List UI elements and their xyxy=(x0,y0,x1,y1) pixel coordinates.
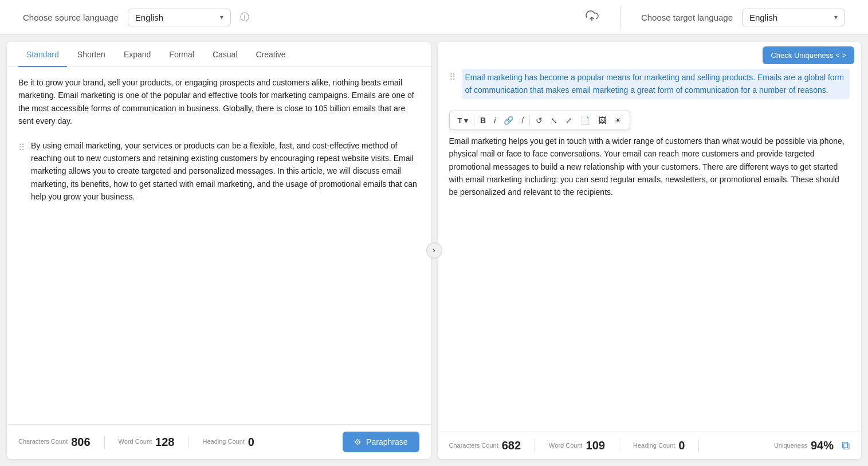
uniqueness-group: Uniqueness 94% ⧉ xyxy=(774,439,850,452)
source-language-selector[interactable]: English ▾ xyxy=(128,9,231,26)
left-paragraph-1: Be it to grow your brand, sell your prod… xyxy=(18,76,419,128)
right-paragraph-block-2: Email marketing helps you get in touch w… xyxy=(449,135,850,199)
tab-formal[interactable]: Formal xyxy=(161,42,202,67)
right-heading-group: Heading Count 0 xyxy=(633,439,700,452)
right-paragraph-1-highlighted: Email marketing has become a popular mea… xyxy=(462,69,850,99)
drag-handle-icon[interactable]: ⠿ xyxy=(18,139,25,203)
source-chevron-icon: ▾ xyxy=(220,13,223,21)
settings-icon: ☀ xyxy=(614,116,622,125)
right-drag-handle-icon[interactable]: ⠿ xyxy=(449,69,456,99)
tab-standard[interactable]: Standard xyxy=(18,42,67,67)
uniqueness-value: 94% xyxy=(811,439,834,452)
left-words-label: Word Count xyxy=(119,438,152,445)
check-uniqueness-button[interactable]: Check Uniqueness < > xyxy=(763,46,854,64)
vertical-divider xyxy=(620,6,620,29)
right-paragraph-block-1: ⠿ Email marketing has become a popular m… xyxy=(449,69,850,99)
left-heading-value: 0 xyxy=(248,436,254,449)
tabs-bar: Standard Shorten Expand Formal Casual Cr… xyxy=(7,42,431,67)
link-button[interactable]: 🔗 xyxy=(500,113,517,127)
copy-button[interactable]: ⧉ xyxy=(842,439,850,452)
text-format-button[interactable]: T ▾ xyxy=(454,113,472,127)
right-chars-value: 682 xyxy=(502,439,521,452)
tab-expand[interactable]: Expand xyxy=(116,42,159,67)
source-language-value: English xyxy=(135,13,163,22)
paraphrase-button[interactable]: ⚙ Paraphrase xyxy=(343,432,419,452)
right-words-value: 109 xyxy=(586,439,605,452)
copy-icon: ⧉ xyxy=(842,439,850,452)
doc-button[interactable]: 📄 xyxy=(577,113,594,127)
target-language-selector[interactable]: English ▾ xyxy=(742,9,845,26)
target-chevron-icon: ▾ xyxy=(834,13,838,21)
target-language-value: English xyxy=(749,13,777,22)
left-content-area: Be it to grow your brand, sell your prod… xyxy=(7,67,431,424)
top-bar: Choose source language English ▾ ⓘ Choos… xyxy=(0,0,868,35)
left-heading-label: Heading Count xyxy=(202,438,244,445)
right-paragraph-2: Email marketing helps you get in touch w… xyxy=(449,135,850,199)
expand-button[interactable]: ⤢ xyxy=(562,113,576,127)
paragraph-block-2: ⠿ By using email marketing, your service… xyxy=(18,139,419,203)
undo-icon: ↺ xyxy=(536,116,543,125)
image-icon: 🖼 xyxy=(598,116,606,125)
expand-icon: ⤢ xyxy=(565,116,572,125)
right-heading-value: 0 xyxy=(678,439,685,452)
tab-casual[interactable]: Casual xyxy=(205,42,246,67)
right-heading-label: Heading Count xyxy=(633,442,675,449)
right-chars-group: Characters Count 682 xyxy=(449,439,536,452)
shrink-button[interactable]: ⤡ xyxy=(547,113,561,127)
check-uniqueness-label: Check Uniqueness < > xyxy=(771,51,846,60)
tab-creative[interactable]: Creative xyxy=(248,42,294,67)
link-icon: 🔗 xyxy=(504,116,513,125)
image-button[interactable]: 🖼 xyxy=(595,113,610,127)
bold-icon: B xyxy=(480,116,486,125)
right-words-label: Word Count xyxy=(549,442,583,449)
italic-button[interactable]: i xyxy=(490,113,499,127)
toggle-panels-button[interactable]: › xyxy=(426,242,442,259)
formatting-toolbar: T ▾ B i 🔗 / ↺ ⤡ ⤢ 📄 🖼 ☀ xyxy=(449,111,631,130)
right-words-group: Word Count 109 xyxy=(549,439,619,452)
uniqueness-label: Uniqueness xyxy=(774,442,807,449)
left-paragraph-2: By using email marketing, your services … xyxy=(31,139,419,203)
left-chars-label: Characters Count xyxy=(18,438,68,445)
doc-icon: 📄 xyxy=(580,116,590,125)
left-chars-group: Characters Count 806 xyxy=(18,436,105,449)
left-words-value: 128 xyxy=(155,436,174,449)
right-content-area: ⠿ Email marketing has become a popular m… xyxy=(438,64,862,432)
right-chars-label: Characters Count xyxy=(449,442,498,449)
cloud-upload-icon[interactable] xyxy=(584,9,599,25)
source-language-label: Choose source language xyxy=(23,13,119,22)
italic-icon: i xyxy=(494,116,496,125)
paragraph-block-1: Be it to grow your brand, sell your prod… xyxy=(18,76,419,128)
undo-button[interactable]: ↺ xyxy=(532,113,546,127)
left-words-group: Word Count 128 xyxy=(119,436,189,449)
bold-button[interactable]: B xyxy=(477,113,489,127)
right-bottom-bar: Characters Count 682 Word Count 109 Head… xyxy=(438,432,862,459)
right-top-bar: Check Uniqueness < > xyxy=(438,42,862,64)
left-heading-group: Heading Count 0 xyxy=(202,436,268,449)
t-icon: T ▾ xyxy=(458,116,469,125)
settings-button[interactable]: ☀ xyxy=(611,113,625,127)
target-language-label: Choose target language xyxy=(641,13,733,22)
toolbar-sep-1 xyxy=(474,115,474,126)
strikethrough-icon: / xyxy=(521,116,524,125)
toolbar-sep-2 xyxy=(529,115,530,126)
left-chars-value: 806 xyxy=(71,436,90,449)
right-panel: Check Uniqueness < > ⠿ Email marketing h… xyxy=(438,42,862,459)
strikethrough-button[interactable]: / xyxy=(518,113,527,127)
paraphrase-label: Paraphrase xyxy=(366,437,407,447)
tab-shorten[interactable]: Shorten xyxy=(69,42,113,67)
main-area: Standard Shorten Expand Formal Casual Cr… xyxy=(0,35,868,466)
info-icon[interactable]: ⓘ xyxy=(240,11,249,24)
paraphrase-icon: ⚙ xyxy=(354,437,362,447)
left-panel: Standard Shorten Expand Formal Casual Cr… xyxy=(7,42,431,459)
left-bottom-bar: Characters Count 806 Word Count 128 Head… xyxy=(7,424,431,459)
shrink-icon: ⤡ xyxy=(551,116,557,125)
